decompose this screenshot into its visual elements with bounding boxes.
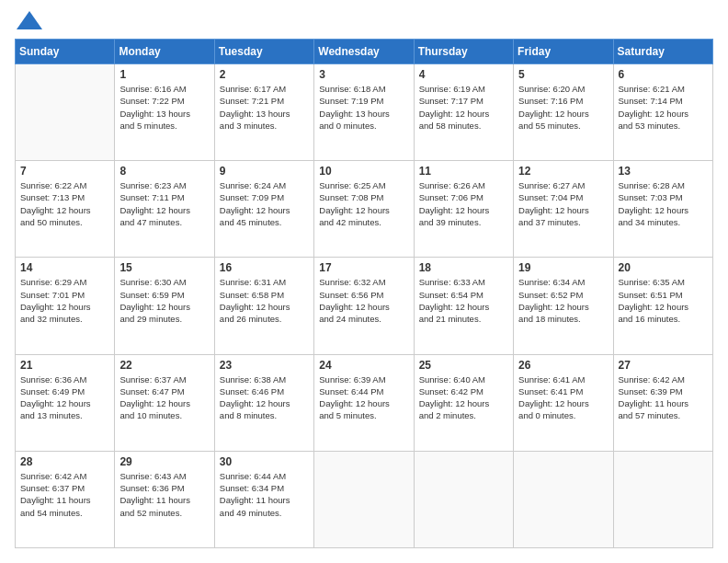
day-info: Sunrise: 6:43 AM Sunset: 6:36 PM Dayligh… bbox=[119, 470, 209, 519]
day-info: Sunrise: 6:16 AM Sunset: 7:22 PM Dayligh… bbox=[119, 83, 209, 132]
calendar-cell: 14Sunrise: 6:29 AM Sunset: 7:01 PM Dayli… bbox=[16, 258, 115, 354]
day-info: Sunrise: 6:18 AM Sunset: 7:19 PM Dayligh… bbox=[319, 83, 408, 132]
day-info: Sunrise: 6:40 AM Sunset: 6:42 PM Dayligh… bbox=[419, 373, 508, 422]
day-number: 20 bbox=[619, 261, 708, 274]
calendar-cell bbox=[16, 64, 115, 161]
day-number: 16 bbox=[220, 261, 309, 274]
calendar-week-row: 21Sunrise: 6:36 AM Sunset: 6:49 PM Dayli… bbox=[16, 354, 713, 451]
day-number: 19 bbox=[518, 261, 608, 274]
calendar-cell: 2Sunrise: 6:17 AM Sunset: 7:21 PM Daylig… bbox=[214, 64, 313, 161]
calendar-cell: 28Sunrise: 6:42 AM Sunset: 6:37 PM Dayli… bbox=[16, 451, 115, 547]
day-info: Sunrise: 6:35 AM Sunset: 6:51 PM Dayligh… bbox=[619, 276, 708, 325]
day-info: Sunrise: 6:32 AM Sunset: 6:56 PM Dayligh… bbox=[319, 276, 408, 325]
calendar-cell bbox=[613, 451, 712, 547]
calendar-cell: 18Sunrise: 6:33 AM Sunset: 6:54 PM Dayli… bbox=[414, 258, 513, 354]
day-number: 17 bbox=[319, 261, 408, 274]
day-number: 24 bbox=[319, 359, 408, 372]
logo-icon bbox=[17, 11, 42, 29]
calendar-cell: 10Sunrise: 6:25 AM Sunset: 7:08 PM Dayli… bbox=[314, 161, 414, 258]
calendar-cell: 25Sunrise: 6:40 AM Sunset: 6:42 PM Dayli… bbox=[414, 354, 513, 451]
calendar-cell: 16Sunrise: 6:31 AM Sunset: 6:58 PM Dayli… bbox=[214, 258, 313, 354]
day-number: 26 bbox=[518, 359, 608, 372]
calendar-cell: 17Sunrise: 6:32 AM Sunset: 6:56 PM Dayli… bbox=[314, 258, 414, 354]
day-info: Sunrise: 6:41 AM Sunset: 6:41 PM Dayligh… bbox=[518, 373, 608, 422]
day-info: Sunrise: 6:19 AM Sunset: 7:17 PM Dayligh… bbox=[419, 83, 508, 132]
weekday-header-wednesday: Wednesday bbox=[314, 40, 414, 64]
day-number: 4 bbox=[419, 68, 508, 81]
day-info: Sunrise: 6:44 AM Sunset: 6:34 PM Dayligh… bbox=[220, 470, 309, 519]
day-info: Sunrise: 6:20 AM Sunset: 7:16 PM Dayligh… bbox=[518, 83, 608, 132]
day-info: Sunrise: 6:28 AM Sunset: 7:03 PM Dayligh… bbox=[619, 179, 708, 228]
calendar-cell bbox=[314, 451, 414, 547]
day-number: 25 bbox=[419, 359, 508, 372]
day-number: 27 bbox=[619, 359, 708, 372]
calendar-cell: 5Sunrise: 6:20 AM Sunset: 7:16 PM Daylig… bbox=[514, 64, 613, 161]
weekday-header-row: SundayMondayTuesdayWednesdayThursdayFrid… bbox=[16, 40, 713, 64]
day-info: Sunrise: 6:25 AM Sunset: 7:08 PM Dayligh… bbox=[319, 179, 408, 228]
day-number: 11 bbox=[419, 165, 508, 178]
day-number: 28 bbox=[20, 455, 109, 468]
page: SundayMondayTuesdayWednesdayThursdayFrid… bbox=[0, 0, 728, 563]
calendar-cell: 22Sunrise: 6:37 AM Sunset: 6:47 PM Dayli… bbox=[115, 354, 214, 451]
day-info: Sunrise: 6:26 AM Sunset: 7:06 PM Dayligh… bbox=[419, 179, 508, 228]
day-info: Sunrise: 6:27 AM Sunset: 7:04 PM Dayligh… bbox=[518, 179, 608, 228]
day-number: 18 bbox=[419, 261, 508, 274]
calendar-week-row: 14Sunrise: 6:29 AM Sunset: 7:01 PM Dayli… bbox=[16, 258, 713, 354]
calendar-cell: 27Sunrise: 6:42 AM Sunset: 6:39 PM Dayli… bbox=[613, 354, 712, 451]
calendar-cell: 9Sunrise: 6:24 AM Sunset: 7:09 PM Daylig… bbox=[214, 161, 313, 258]
day-info: Sunrise: 6:38 AM Sunset: 6:46 PM Dayligh… bbox=[220, 373, 309, 422]
day-info: Sunrise: 6:29 AM Sunset: 7:01 PM Dayligh… bbox=[20, 276, 109, 325]
calendar-cell: 12Sunrise: 6:27 AM Sunset: 7:04 PM Dayli… bbox=[514, 161, 613, 258]
day-number: 13 bbox=[619, 165, 708, 178]
calendar-cell: 7Sunrise: 6:22 AM Sunset: 7:13 PM Daylig… bbox=[16, 161, 115, 258]
day-number: 23 bbox=[220, 359, 309, 372]
day-info: Sunrise: 6:42 AM Sunset: 6:39 PM Dayligh… bbox=[619, 373, 708, 422]
weekday-header-tuesday: Tuesday bbox=[214, 40, 313, 64]
day-info: Sunrise: 6:37 AM Sunset: 6:47 PM Dayligh… bbox=[119, 373, 209, 422]
day-number: 5 bbox=[518, 68, 608, 81]
weekday-header-friday: Friday bbox=[514, 40, 613, 64]
day-number: 8 bbox=[119, 165, 209, 178]
calendar-cell: 15Sunrise: 6:30 AM Sunset: 6:59 PM Dayli… bbox=[115, 258, 214, 354]
calendar-cell bbox=[514, 451, 613, 547]
weekday-header-monday: Monday bbox=[115, 40, 214, 64]
day-number: 21 bbox=[20, 359, 109, 372]
calendar-cell: 4Sunrise: 6:19 AM Sunset: 7:17 PM Daylig… bbox=[414, 64, 513, 161]
day-info: Sunrise: 6:34 AM Sunset: 6:52 PM Dayligh… bbox=[518, 276, 608, 325]
calendar-week-row: 7Sunrise: 6:22 AM Sunset: 7:13 PM Daylig… bbox=[16, 161, 713, 258]
calendar-cell: 21Sunrise: 6:36 AM Sunset: 6:49 PM Dayli… bbox=[16, 354, 115, 451]
header bbox=[15, 15, 713, 29]
svg-marker-0 bbox=[17, 11, 42, 29]
calendar-cell: 1Sunrise: 6:16 AM Sunset: 7:22 PM Daylig… bbox=[115, 64, 214, 161]
calendar-cell: 3Sunrise: 6:18 AM Sunset: 7:19 PM Daylig… bbox=[314, 64, 414, 161]
calendar-cell: 29Sunrise: 6:43 AM Sunset: 6:36 PM Dayli… bbox=[115, 451, 214, 547]
day-number: 15 bbox=[119, 261, 209, 274]
calendar-cell: 13Sunrise: 6:28 AM Sunset: 7:03 PM Dayli… bbox=[613, 161, 712, 258]
day-info: Sunrise: 6:31 AM Sunset: 6:58 PM Dayligh… bbox=[220, 276, 309, 325]
calendar-week-row: 28Sunrise: 6:42 AM Sunset: 6:37 PM Dayli… bbox=[16, 451, 713, 547]
day-number: 2 bbox=[220, 68, 309, 81]
day-info: Sunrise: 6:36 AM Sunset: 6:49 PM Dayligh… bbox=[20, 373, 109, 422]
day-number: 10 bbox=[319, 165, 408, 178]
day-info: Sunrise: 6:17 AM Sunset: 7:21 PM Dayligh… bbox=[220, 83, 309, 132]
day-info: Sunrise: 6:23 AM Sunset: 7:11 PM Dayligh… bbox=[119, 179, 209, 228]
day-number: 1 bbox=[119, 68, 209, 81]
day-number: 22 bbox=[119, 359, 209, 372]
calendar-cell: 8Sunrise: 6:23 AM Sunset: 7:11 PM Daylig… bbox=[115, 161, 214, 258]
day-info: Sunrise: 6:24 AM Sunset: 7:09 PM Dayligh… bbox=[220, 179, 309, 228]
day-info: Sunrise: 6:39 AM Sunset: 6:44 PM Dayligh… bbox=[319, 373, 408, 422]
calendar-cell: 24Sunrise: 6:39 AM Sunset: 6:44 PM Dayli… bbox=[314, 354, 414, 451]
day-number: 29 bbox=[119, 455, 209, 468]
calendar-cell: 26Sunrise: 6:41 AM Sunset: 6:41 PM Dayli… bbox=[514, 354, 613, 451]
calendar-cell: 11Sunrise: 6:26 AM Sunset: 7:06 PM Dayli… bbox=[414, 161, 513, 258]
day-number: 14 bbox=[20, 261, 109, 274]
calendar-cell: 23Sunrise: 6:38 AM Sunset: 6:46 PM Dayli… bbox=[214, 354, 313, 451]
day-info: Sunrise: 6:30 AM Sunset: 6:59 PM Dayligh… bbox=[119, 276, 209, 325]
day-number: 3 bbox=[319, 68, 408, 81]
day-number: 9 bbox=[220, 165, 309, 178]
day-number: 7 bbox=[20, 165, 109, 178]
day-number: 6 bbox=[619, 68, 708, 81]
day-number: 12 bbox=[518, 165, 608, 178]
calendar-cell: 19Sunrise: 6:34 AM Sunset: 6:52 PM Dayli… bbox=[514, 258, 613, 354]
day-number: 30 bbox=[220, 455, 309, 468]
